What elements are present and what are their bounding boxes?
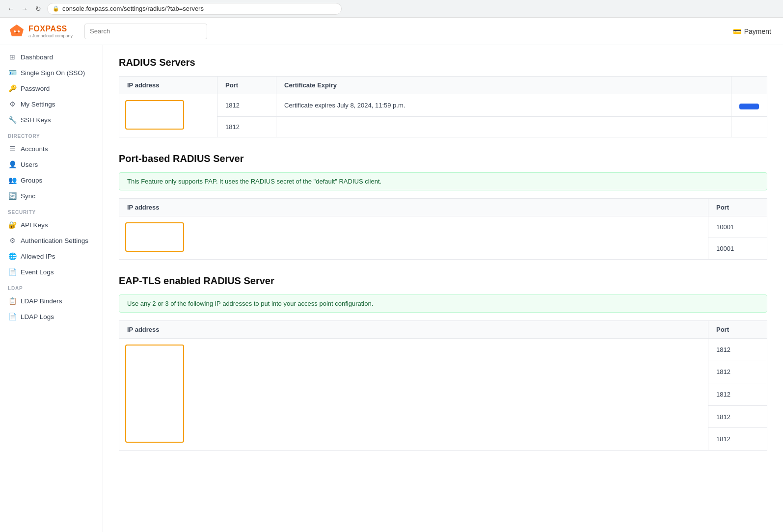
action-cell — [731, 94, 767, 117]
port-based-info-text: This Feature only supports PAP. It uses … — [127, 178, 381, 185]
sidebar-item-auth-settings[interactable]: ⚙ Authentication Settings — [0, 233, 103, 248]
forward-button[interactable]: → — [20, 4, 29, 14]
event-logs-icon: 📄 — [8, 268, 17, 276]
users-icon: 👤 — [8, 160, 17, 168]
port-cell-2: 10001 — [708, 238, 767, 260]
port-cell-4: 1812 — [708, 405, 767, 428]
sso-icon: 🪪 — [8, 69, 17, 77]
sidebar-item-ssh-keys[interactable]: 🔧 SSH Keys — [0, 112, 103, 128]
logo-name: FOXPASS — [28, 25, 73, 33]
payment-button[interactable]: 💳 Payment — [729, 26, 775, 37]
sidebar-label-groups: Groups — [21, 177, 42, 184]
ip-address-redacted-box — [125, 100, 184, 130]
app-layout: ⊞ Dashboard 🪪 Single Sign On (SSO) 🔑 Pas… — [0, 45, 783, 532]
ip-cell — [119, 339, 708, 451]
eap-tls-title: EAP-TLS enabled RADIUS Server — [119, 275, 767, 287]
sidebar-item-sso[interactable]: 🪪 Single Sign On (SSO) — [0, 65, 103, 80]
sidebar-label-accounts: Accounts — [21, 145, 48, 153]
sidebar-item-users[interactable]: 👤 Users — [0, 157, 103, 172]
directory-section-label: DIRECTORY — [0, 128, 103, 141]
sidebar-item-groups[interactable]: 👥 Groups — [0, 172, 103, 188]
browser-chrome: ← → ↻ 🔒 console.foxpass.com/settings/rad… — [0, 0, 783, 18]
allowed-ips-icon: 🌐 — [8, 252, 17, 260]
dashboard-icon: ⊞ — [8, 53, 17, 61]
col-action — [731, 77, 767, 94]
sidebar-label-auth-settings: Authentication Settings — [21, 237, 88, 244]
payment-label: Payment — [744, 27, 771, 35]
sidebar-item-accounts[interactable]: ☰ Accounts — [0, 141, 103, 157]
port-cell-5: 1812 — [708, 428, 767, 451]
port-cell: 1812 — [217, 94, 276, 117]
reload-button[interactable]: ↻ — [33, 4, 43, 14]
sidebar-item-allowed-ips[interactable]: 🌐 Allowed IPs — [0, 248, 103, 264]
svg-marker-0 — [10, 25, 24, 36]
table-row: 1812 — [119, 339, 767, 361]
accounts-icon: ☰ — [8, 145, 17, 153]
app-header: FOXPASS a Jumpcloud company 💳 Payment — [0, 18, 783, 45]
port-cell-1: 1812 — [708, 339, 767, 361]
ip-address-redacted-box — [125, 222, 184, 252]
sidebar-label-ldap-binders: LDAP Binders — [21, 297, 62, 305]
col-ip: IP address — [119, 321, 708, 339]
port-cell-2: 1812 — [708, 361, 767, 383]
sidebar-item-api-keys[interactable]: 🔐 API Keys — [0, 217, 103, 233]
sidebar-label-sso: Single Sign On (SSO) — [21, 69, 85, 77]
col-port: Port — [708, 321, 767, 339]
eap-tls-table: IP address Port 1812 1812 1812 — [119, 320, 767, 451]
radius-servers-table: IP address Port Certificate Expiry 1812 … — [119, 76, 767, 137]
sidebar-item-ldap-logs[interactable]: 📄 LDAP Logs — [0, 309, 103, 324]
table-row: 1812 Certificate expires July 8, 2024, 1… — [119, 94, 767, 117]
lock-icon: 🔒 — [53, 5, 59, 12]
svg-point-4 — [18, 30, 20, 32]
sidebar-item-ldap-binders[interactable]: 📋 LDAP Binders — [0, 293, 103, 309]
port-based-table: IP address Port 10001 10001 — [119, 198, 767, 260]
cert-cell-2 — [276, 116, 731, 137]
sidebar-label-sync: Sync — [21, 192, 35, 200]
api-keys-icon: 🔐 — [8, 221, 17, 229]
password-icon: 🔑 — [8, 84, 17, 92]
port-cell: 10001 — [708, 216, 767, 238]
sidebar-label-event-logs: Event Logs — [21, 268, 54, 276]
sidebar-label-dashboard: Dashboard — [21, 53, 53, 61]
sidebar-label-allowed-ips: Allowed IPs — [21, 253, 55, 260]
sidebar-label-users: Users — [21, 161, 38, 168]
sidebar-label-password: Password — [21, 85, 50, 92]
search-input[interactable] — [84, 24, 207, 39]
sidebar-label-api-keys: API Keys — [21, 221, 48, 229]
action-cell-2 — [731, 116, 767, 137]
url-bar[interactable]: 🔒 console.foxpass.com/settings/radius/?t… — [47, 3, 342, 15]
col-ip: IP address — [119, 199, 708, 216]
port-based-info-banner: This Feature only supports PAP. It uses … — [119, 172, 767, 190]
sidebar-item-sync[interactable]: 🔄 Sync — [0, 188, 103, 204]
sidebar-item-dashboard[interactable]: ⊞ Dashboard — [0, 49, 103, 65]
ldap-section-label: LDAP — [0, 280, 103, 293]
sidebar-item-password[interactable]: 🔑 Password — [0, 80, 103, 96]
col-port: Port — [217, 77, 276, 94]
sidebar-label-ssh: SSH Keys — [21, 116, 51, 124]
sidebar-item-my-settings[interactable]: ⚙ My Settings — [0, 96, 103, 112]
ip-cell — [119, 216, 708, 260]
url-text: console.foxpass.com/settings/radius/?tab… — [62, 5, 204, 12]
ssh-icon: 🔧 — [8, 116, 17, 124]
port-cell-2: 1812 — [217, 116, 276, 137]
sidebar-item-event-logs[interactable]: 📄 Event Logs — [0, 264, 103, 280]
edit-button[interactable] — [739, 104, 759, 109]
sidebar-label-ldap-logs: LDAP Logs — [21, 313, 54, 320]
credit-card-icon: 💳 — [733, 27, 741, 35]
ip-cell — [119, 94, 217, 137]
security-section-label: SECURITY — [0, 204, 103, 217]
logo-area: FOXPASS a Jumpcloud company — [8, 23, 77, 40]
my-settings-icon: ⚙ — [8, 100, 17, 108]
back-button[interactable]: ← — [6, 4, 16, 14]
eap-tls-info-text: Use any 2 or 3 of the following IP addre… — [127, 300, 373, 307]
radius-servers-title: RADIUS Servers — [119, 57, 767, 68]
sidebar-label-my-settings: My Settings — [21, 101, 55, 108]
auth-settings-icon: ⚙ — [8, 237, 17, 244]
port-based-title: Port-based RADIUS Server — [119, 153, 767, 164]
table-row: 10001 — [119, 216, 767, 238]
col-cert-expiry: Certificate Expiry — [276, 77, 731, 94]
ldap-binders-icon: 📋 — [8, 297, 17, 305]
sidebar: ⊞ Dashboard 🪪 Single Sign On (SSO) 🔑 Pas… — [0, 45, 103, 532]
col-port: Port — [708, 199, 767, 216]
sync-icon: 🔄 — [8, 192, 17, 200]
